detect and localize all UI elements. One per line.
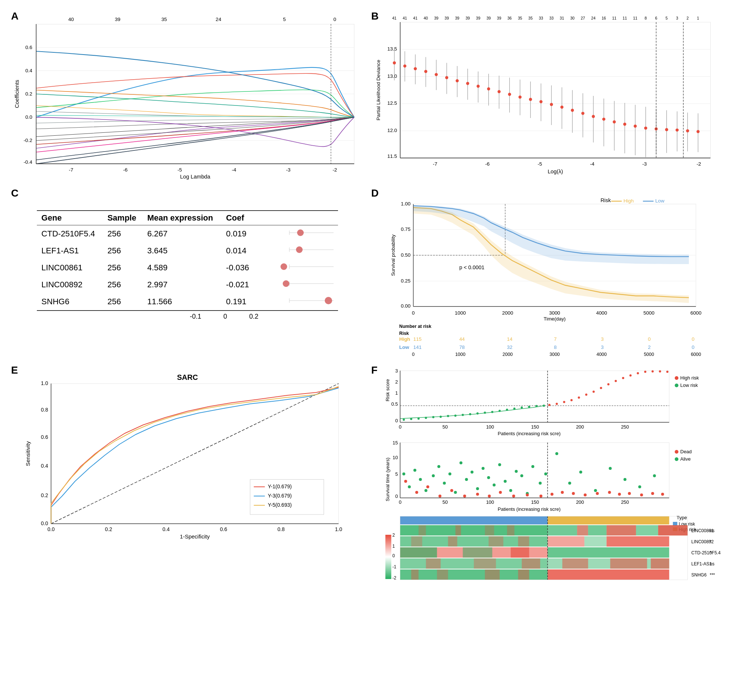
- svg-text:Patients (increasing risk scre: Patients (increasing risk scre): [497, 506, 560, 512]
- svg-text:39: 39: [487, 16, 491, 20]
- svg-rect-334: [400, 547, 437, 557]
- svg-point-95: [644, 126, 647, 129]
- svg-point-275: [450, 489, 453, 492]
- svg-text:1: 1: [697, 16, 699, 20]
- f-heatmap-linc00892: [400, 536, 669, 547]
- svg-point-267: [609, 467, 612, 470]
- svg-point-217: [652, 370, 654, 372]
- svg-text:31: 31: [560, 16, 564, 20]
- svg-point-71: [519, 96, 522, 99]
- svg-text:13.5: 13.5: [387, 46, 398, 51]
- panel-e-svg: SARC 0.0 0.2 0.4 0.6 0.8 1.0 Sensitivity…: [13, 365, 362, 542]
- svg-rect-349: [411, 569, 419, 580]
- svg-point-75: [539, 100, 542, 103]
- svg-text:0: 0: [412, 310, 415, 316]
- roc-legend-y5-label: Y-5(0.693): [268, 502, 292, 508]
- panel-d-svg: Risk High Low 1.00 0.75 0.50 0.25 0.00 S…: [373, 188, 722, 358]
- svg-text:0.2: 0.2: [41, 493, 48, 498]
- svg-text:4000: 4000: [596, 352, 607, 357]
- svg-point-287: [596, 492, 599, 495]
- y-label-00: 0.0: [25, 114, 32, 120]
- svg-text:Time(day): Time(day): [544, 316, 566, 322]
- svg-text:-5: -5: [537, 161, 542, 167]
- svg-text:41: 41: [402, 16, 407, 20]
- panel-a-label: A: [11, 10, 18, 22]
- svg-point-188: [440, 416, 442, 418]
- svg-text:3: 3: [395, 368, 398, 374]
- svg-point-252: [487, 476, 490, 479]
- svg-point-284: [561, 491, 564, 494]
- svg-text:0.50: 0.50: [401, 252, 411, 258]
- svg-point-194: [484, 412, 486, 414]
- svg-point-242: [432, 474, 435, 477]
- svg-point-65: [487, 87, 490, 90]
- svg-text:11.5: 11.5: [387, 153, 398, 159]
- svg-point-200: [528, 406, 530, 408]
- svg-point-241: [425, 489, 428, 492]
- svg-text:10: 10: [393, 455, 398, 460]
- svg-text:41: 41: [413, 16, 418, 20]
- svg-text:44: 44: [459, 336, 465, 342]
- svg-rect-351: [485, 569, 500, 580]
- svg-rect-333: [548, 547, 669, 557]
- svg-text:250: 250: [621, 499, 629, 505]
- svg-point-282: [540, 494, 543, 497]
- panel-d: D Risk High Low 1.00 0.75 0.50 0.25 0.00: [368, 184, 728, 362]
- svg-text:0: 0: [692, 344, 694, 350]
- svg-point-205: [563, 401, 565, 403]
- svg-text:6000: 6000: [690, 310, 701, 316]
- svg-text:33: 33: [549, 16, 554, 20]
- x-label-m4: -4: [232, 167, 237, 173]
- svg-point-101: [676, 128, 679, 131]
- svg-point-79: [560, 106, 563, 109]
- gene-row-2: LEF1-AS1 256 3.645 0.014: [37, 242, 337, 259]
- svg-rect-330: [518, 536, 529, 547]
- svg-point-238: [408, 485, 411, 488]
- svg-rect-324: [548, 536, 585, 547]
- svg-text:3: 3: [676, 16, 678, 20]
- f-survival-plot: [400, 443, 669, 498]
- svg-text:5: 5: [395, 471, 398, 477]
- svg-point-201: [535, 405, 538, 407]
- svg-point-248: [465, 478, 468, 481]
- f-gene-snhg6: SNHG6: [691, 572, 707, 578]
- svg-text:0: 0: [648, 336, 651, 342]
- svg-text:8: 8: [645, 16, 647, 20]
- svg-rect-344: [610, 558, 647, 569]
- gene-row-4: LINC00892 256 2.997 -0.021: [37, 276, 337, 293]
- svg-text:39: 39: [445, 16, 449, 20]
- panel-a-svg: 40 39 35 24 5 0 0.6 0.4 0.2 0.0 -0.2 -0.…: [13, 11, 362, 181]
- svg-point-195: [491, 411, 494, 413]
- svg-text:50: 50: [442, 424, 447, 429]
- svg-point-67: [497, 90, 500, 93]
- svg-point-110: [297, 229, 304, 236]
- svg-text:30: 30: [570, 16, 575, 20]
- svg-text:0.4: 0.4: [163, 526, 170, 532]
- svg-rect-325: [585, 536, 607, 547]
- svg-rect-352: [518, 569, 529, 580]
- svg-point-283: [551, 493, 554, 496]
- top-num-24: 24: [216, 16, 222, 22]
- svg-text:12.5: 12.5: [387, 100, 398, 106]
- svg-rect-336: [511, 547, 529, 557]
- svg-text:ns: ns: [710, 561, 715, 566]
- svg-point-204: [556, 403, 558, 405]
- svg-point-105: [697, 130, 700, 133]
- e-y-label: Sensitivity: [25, 441, 31, 466]
- svg-text:-1: -1: [393, 564, 397, 569]
- svg-point-210: [600, 387, 602, 389]
- dot-chart-2: [260, 244, 334, 255]
- svg-point-253: [493, 484, 496, 487]
- top-num-39: 39: [114, 16, 120, 22]
- svg-point-196: [499, 410, 501, 412]
- y-label-m02: -0.2: [23, 138, 32, 143]
- svg-point-51: [414, 67, 417, 70]
- svg-text:2: 2: [393, 532, 395, 538]
- dot-x-axis: -0.1 0 0.2: [190, 313, 355, 321]
- svg-point-73: [529, 98, 532, 101]
- svg-point-61: [466, 82, 469, 85]
- svg-point-216: [644, 371, 647, 373]
- svg-rect-345: [651, 558, 669, 569]
- svg-text:100: 100: [486, 424, 494, 429]
- panel-f-label: F: [371, 365, 377, 376]
